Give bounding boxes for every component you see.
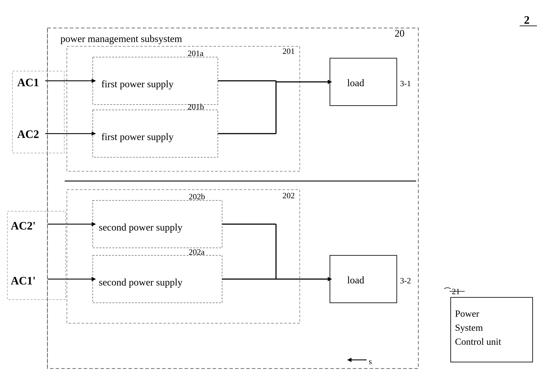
ref-3-2-label: 3-2 [400, 276, 411, 285]
svg-marker-32 [347, 358, 351, 362]
svg-marker-6 [92, 79, 96, 83]
power-system-control-unit-line2: System [455, 322, 483, 333]
svg-marker-20 [92, 222, 96, 226]
svg-rect-2 [67, 46, 300, 171]
ref-20-label: 20 [395, 28, 405, 39]
diagram: 2 power management subsystem 20 first po… [0, 0, 549, 392]
ref-202b-label: 202b [189, 192, 205, 201]
second-power-supply-202b-label: second power supply [99, 222, 182, 233]
ref-202a-label: 202a [189, 247, 205, 256]
ref-s-label: s [369, 357, 372, 366]
power-system-control-unit-line1: Power [455, 308, 479, 319]
ref-201-label: 201 [283, 47, 295, 56]
svg-rect-16 [67, 190, 300, 323]
load-bottom-label: load [347, 274, 364, 286]
load-top-label: load [347, 77, 364, 88]
svg-marker-8 [92, 132, 96, 136]
second-power-supply-202a-label: second power supply [99, 277, 182, 288]
power-management-subsystem-label: power management subsystem [60, 33, 182, 44]
ref-201a-label: 201a [188, 49, 204, 58]
first-power-supply-201b-label: first power supply [101, 131, 174, 142]
ac2-label: AC2 [17, 128, 39, 140]
svg-marker-22 [92, 277, 96, 281]
ref-2-label: 2 [524, 14, 530, 26]
ref-202-label: 202 [283, 191, 295, 200]
ac1-prime-label: AC1' [11, 274, 36, 287]
ref-3-1-label: 3-1 [400, 79, 411, 88]
ref-201b-label: 201b [188, 102, 204, 111]
ac2-prime-label: AC2' [11, 220, 36, 232]
power-system-control-unit-line3: Control unit [455, 336, 501, 347]
first-power-supply-201a-label: first power supply [101, 78, 174, 90]
ac1-label: AC1 [17, 76, 39, 89]
